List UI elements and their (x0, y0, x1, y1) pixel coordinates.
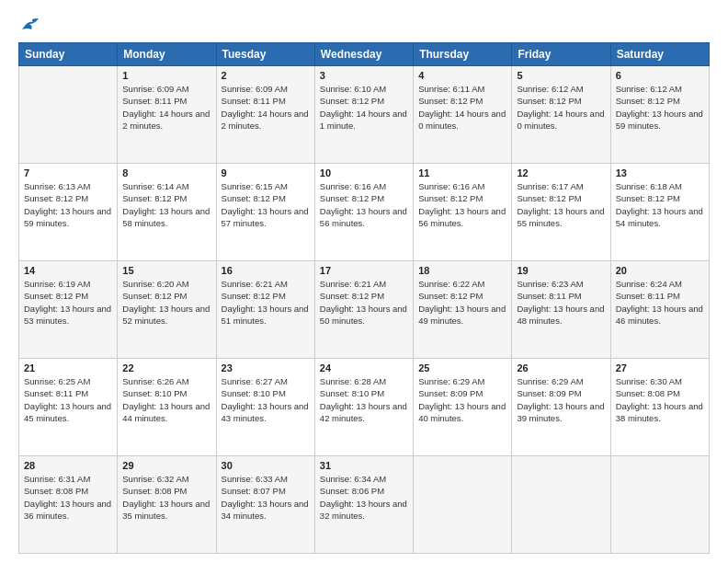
day-number: 13 (616, 167, 704, 178)
sunset-text: Sunset: 8:12 PM (418, 95, 506, 107)
daylight-text: Daylight: 13 hours and 57 minutes. (222, 205, 310, 230)
sunrise-text: Sunrise: 6:12 AM (517, 83, 605, 95)
calendar-cell: 30Sunrise: 6:33 AMSunset: 8:07 PMDayligh… (216, 456, 314, 554)
logo (18, 17, 40, 33)
daylight-text: Daylight: 13 hours and 50 minutes. (320, 303, 408, 327)
day-number: 17 (320, 265, 408, 276)
sunrise-text: Sunrise: 6:24 AM (616, 278, 704, 290)
day-info: Sunrise: 6:21 AMSunset: 8:12 PMDaylight:… (222, 278, 310, 327)
calendar-cell: 20Sunrise: 6:24 AMSunset: 8:11 PMDayligh… (610, 261, 709, 359)
weekday-header-saturday: Saturday (610, 43, 709, 66)
daylight-text: Daylight: 13 hours and 59 minutes. (24, 205, 112, 230)
day-number: 1 (122, 70, 210, 81)
day-number: 20 (616, 265, 704, 276)
calendar-cell (19, 66, 118, 164)
sunset-text: Sunset: 8:12 PM (122, 192, 210, 204)
weekday-header-monday: Monday (118, 43, 216, 66)
day-number: 15 (122, 265, 210, 276)
daylight-text: Daylight: 13 hours and 52 minutes. (122, 303, 210, 327)
week-row-3: 14Sunrise: 6:19 AMSunset: 8:12 PMDayligh… (19, 261, 710, 359)
sunset-text: Sunset: 8:11 PM (24, 387, 112, 399)
day-number: 7 (24, 167, 112, 178)
day-info: Sunrise: 6:20 AMSunset: 8:12 PMDaylight:… (122, 278, 210, 327)
sunset-text: Sunset: 8:10 PM (222, 387, 310, 399)
daylight-text: Daylight: 13 hours and 51 minutes. (222, 303, 310, 327)
calendar-cell: 29Sunrise: 6:32 AMSunset: 8:08 PMDayligh… (118, 456, 216, 554)
day-info: Sunrise: 6:18 AMSunset: 8:12 PMDaylight:… (616, 180, 704, 229)
sunset-text: Sunset: 8:12 PM (616, 192, 704, 204)
sunset-text: Sunset: 8:12 PM (616, 95, 704, 107)
day-number: 31 (320, 460, 408, 471)
sunset-text: Sunset: 8:12 PM (517, 95, 605, 107)
sunset-text: Sunset: 8:12 PM (320, 192, 408, 204)
sunset-text: Sunset: 8:09 PM (418, 387, 506, 399)
day-number: 2 (222, 70, 310, 81)
day-info: Sunrise: 6:13 AMSunset: 8:12 PMDaylight:… (24, 180, 112, 229)
day-number: 14 (24, 265, 112, 276)
sunrise-text: Sunrise: 6:20 AM (122, 278, 210, 290)
sunset-text: Sunset: 8:06 PM (320, 485, 408, 497)
day-info: Sunrise: 6:09 AMSunset: 8:11 PMDaylight:… (122, 83, 210, 132)
sunrise-text: Sunrise: 6:30 AM (616, 375, 704, 387)
day-info: Sunrise: 6:16 AMSunset: 8:12 PMDaylight:… (418, 180, 506, 229)
sunset-text: Sunset: 8:12 PM (222, 192, 310, 204)
daylight-text: Daylight: 13 hours and 46 minutes. (616, 303, 704, 327)
sunset-text: Sunset: 8:11 PM (222, 95, 310, 107)
page: SundayMondayTuesdayWednesdayThursdayFrid… (0, 0, 728, 563)
daylight-text: Daylight: 13 hours and 42 minutes. (320, 400, 408, 425)
day-info: Sunrise: 6:16 AMSunset: 8:12 PMDaylight:… (320, 180, 408, 229)
calendar-cell: 17Sunrise: 6:21 AMSunset: 8:12 PMDayligh… (314, 261, 413, 359)
day-number: 22 (122, 362, 210, 373)
calendar-cell: 8Sunrise: 6:14 AMSunset: 8:12 PMDaylight… (118, 164, 216, 261)
sunrise-text: Sunrise: 6:16 AM (320, 180, 408, 192)
daylight-text: Daylight: 13 hours and 34 minutes. (222, 498, 310, 523)
calendar-cell: 16Sunrise: 6:21 AMSunset: 8:12 PMDayligh… (216, 261, 314, 359)
calendar-cell: 21Sunrise: 6:25 AMSunset: 8:11 PMDayligh… (19, 359, 118, 456)
calendar-cell: 31Sunrise: 6:34 AMSunset: 8:06 PMDayligh… (314, 456, 413, 554)
day-info: Sunrise: 6:26 AMSunset: 8:10 PMDaylight:… (122, 375, 210, 424)
daylight-text: Daylight: 13 hours and 59 minutes. (616, 108, 704, 132)
day-number: 19 (517, 265, 605, 276)
calendar-cell: 10Sunrise: 6:16 AMSunset: 8:12 PMDayligh… (314, 164, 413, 261)
day-number: 6 (616, 70, 704, 81)
day-info: Sunrise: 6:29 AMSunset: 8:09 PMDaylight:… (418, 375, 506, 424)
sunset-text: Sunset: 8:12 PM (24, 192, 112, 204)
week-row-5: 28Sunrise: 6:31 AMSunset: 8:08 PMDayligh… (19, 456, 710, 554)
calendar-cell: 19Sunrise: 6:23 AMSunset: 8:11 PMDayligh… (512, 261, 610, 359)
sunset-text: Sunset: 8:08 PM (616, 387, 704, 399)
weekday-header-tuesday: Tuesday (216, 43, 314, 66)
sunset-text: Sunset: 8:12 PM (320, 290, 408, 302)
sunrise-text: Sunrise: 6:26 AM (122, 375, 210, 387)
daylight-text: Daylight: 14 hours and 1 minute. (320, 108, 408, 132)
sunrise-text: Sunrise: 6:16 AM (418, 180, 506, 192)
calendar-cell: 18Sunrise: 6:22 AMSunset: 8:12 PMDayligh… (414, 261, 512, 359)
day-info: Sunrise: 6:14 AMSunset: 8:12 PMDaylight:… (122, 180, 210, 229)
sunrise-text: Sunrise: 6:32 AM (122, 473, 210, 485)
sunrise-text: Sunrise: 6:18 AM (616, 180, 704, 192)
day-number: 11 (418, 167, 506, 178)
sunset-text: Sunset: 8:08 PM (24, 485, 112, 497)
sunrise-text: Sunrise: 6:21 AM (222, 278, 310, 290)
weekday-header-friday: Friday (512, 43, 610, 66)
day-number: 29 (122, 460, 210, 471)
sunset-text: Sunset: 8:11 PM (616, 290, 704, 302)
calendar-cell (610, 456, 709, 554)
day-info: Sunrise: 6:25 AMSunset: 8:11 PMDaylight:… (24, 375, 112, 424)
sunset-text: Sunset: 8:12 PM (517, 192, 605, 204)
daylight-text: Daylight: 13 hours and 58 minutes. (122, 205, 210, 230)
day-number: 3 (320, 70, 408, 81)
calendar-cell: 15Sunrise: 6:20 AMSunset: 8:12 PMDayligh… (118, 261, 216, 359)
sunrise-text: Sunrise: 6:21 AM (320, 278, 408, 290)
sunrise-text: Sunrise: 6:14 AM (122, 180, 210, 192)
calendar-cell: 26Sunrise: 6:29 AMSunset: 8:09 PMDayligh… (512, 359, 610, 456)
daylight-text: Daylight: 13 hours and 36 minutes. (24, 498, 112, 523)
sunrise-text: Sunrise: 6:22 AM (418, 278, 506, 290)
day-info: Sunrise: 6:32 AMSunset: 8:08 PMDaylight:… (122, 473, 210, 522)
week-row-1: 1Sunrise: 6:09 AMSunset: 8:11 PMDaylight… (19, 66, 710, 164)
day-number: 25 (418, 362, 506, 373)
day-number: 26 (517, 362, 605, 373)
calendar-cell: 9Sunrise: 6:15 AMSunset: 8:12 PMDaylight… (216, 164, 314, 261)
day-info: Sunrise: 6:29 AMSunset: 8:09 PMDaylight:… (517, 375, 605, 424)
calendar-cell: 3Sunrise: 6:10 AMSunset: 8:12 PMDaylight… (314, 66, 413, 164)
sunset-text: Sunset: 8:12 PM (418, 290, 506, 302)
